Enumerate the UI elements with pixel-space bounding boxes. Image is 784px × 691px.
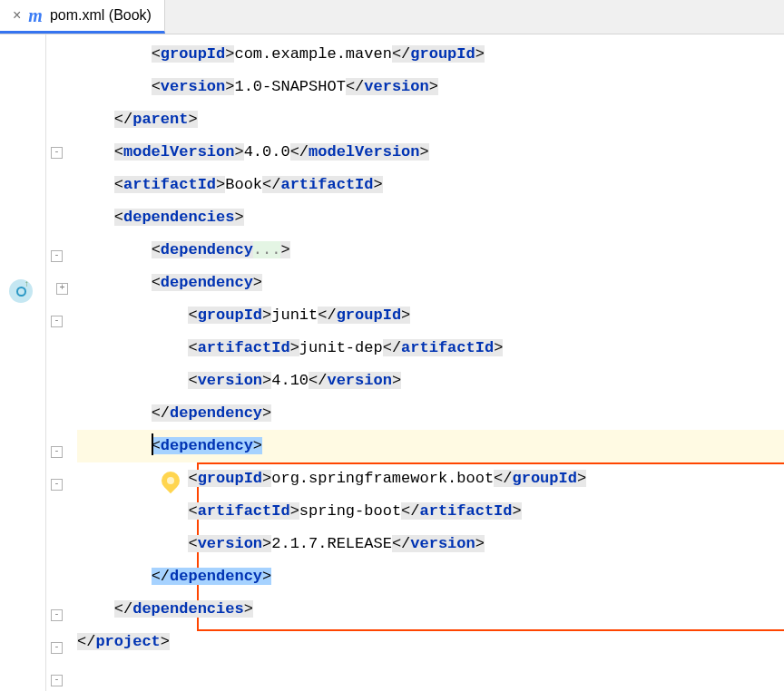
file-tab[interactable]: × m pom.xml (Book)	[0, 0, 165, 34]
fold-plus-icon[interactable]: +	[56, 283, 68, 295]
code-line[interactable]: <dependency>	[77, 267, 784, 299]
code-line[interactable]: <artifactId>junit-dep</artifactId>	[77, 332, 784, 365]
code-area[interactable]: <groupId>com.example.maven</groupId> <ve…	[77, 34, 784, 691]
code-line[interactable]: </dependencies>	[77, 593, 784, 626]
code-line[interactable]: <artifactId>Book</artifactId>	[77, 169, 784, 201]
fold-minus-icon[interactable]: -	[51, 250, 63, 262]
code-line[interactable]: </project>	[77, 626, 784, 658]
gutter: ↑ - - + - - - - - -	[0, 34, 77, 691]
fold-up-icon[interactable]: -	[51, 642, 63, 654]
tab-bar: × m pom.xml (Book)	[0, 0, 784, 34]
code-line[interactable]: <groupId>com.example.maven</groupId>	[77, 38, 784, 71]
code-line[interactable]: </dependency>	[77, 560, 784, 593]
reload-icon[interactable]: ↑	[9, 279, 33, 303]
tab-title: pom.xml (Book)	[50, 7, 152, 24]
code-line[interactable]: <groupId>org.springframework.boot</group…	[77, 462, 784, 495]
fold-up-icon[interactable]: -	[51, 675, 63, 686]
fold-minus-icon[interactable]: -	[51, 479, 63, 491]
code-line[interactable]: </dependency>	[77, 397, 784, 430]
fold-minus-icon[interactable]: -	[51, 316, 63, 327]
fold-up-icon[interactable]: -	[51, 446, 63, 458]
code-line[interactable]: <version>4.10</version>	[77, 365, 784, 397]
fold-up-icon[interactable]: -	[51, 609, 63, 621]
maven-icon: m	[28, 5, 43, 26]
code-line[interactable]: <dependency...>	[77, 234, 784, 267]
close-icon[interactable]: ×	[13, 7, 21, 24]
code-line[interactable]: <artifactId>spring-boot</artifactId>	[77, 495, 784, 528]
code-line[interactable]: <dependency>	[77, 430, 784, 462]
editor[interactable]: ↑ - - + - - - - - - <groupId>com.example…	[0, 34, 784, 691]
code-line[interactable]: <dependencies>	[77, 201, 784, 234]
fold-up-icon[interactable]: -	[51, 147, 63, 159]
code-line[interactable]: <modelVersion>4.0.0</modelVersion>	[77, 136, 784, 169]
code-line[interactable]: </parent>	[77, 103, 784, 136]
code-line[interactable]: <version>2.1.7.RELEASE</version>	[77, 528, 784, 560]
code-line[interactable]: <version>1.0-SNAPSHOT</version>	[77, 71, 784, 103]
code-line[interactable]: <groupId>junit</groupId>	[77, 299, 784, 332]
